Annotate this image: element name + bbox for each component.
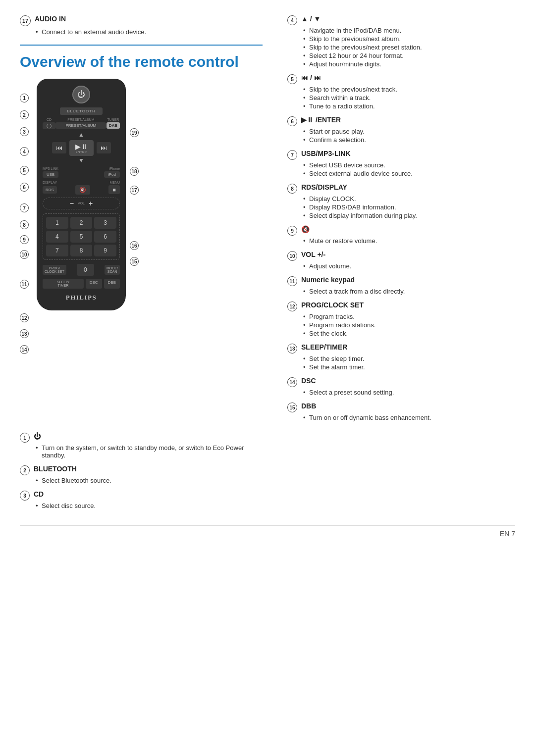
item-15-bullets: Turn on or off dynamic bass enhancement.: [303, 414, 515, 421]
num-2[interactable]: 2: [70, 217, 93, 229]
num-3[interactable]: 3: [94, 217, 116, 229]
item-12-label: PROG/CLOCK SET: [301, 301, 364, 309]
dab-button[interactable]: DAB: [107, 122, 120, 129]
num-0[interactable]: 0: [77, 264, 94, 276]
vol-minus[interactable]: −: [70, 200, 74, 207]
label-4: 4: [20, 147, 29, 156]
remote-right-labels: 19 18 17 16 15: [130, 79, 143, 269]
audio-in-bullet-1: Connect to an external audio device.: [36, 28, 263, 36]
item-10-bullets: Adjust volume.: [303, 262, 515, 270]
desc-item-11: 11 Numeric keypad Select a track from a …: [287, 276, 515, 295]
mode-scan-button[interactable]: MODE/SCAN: [105, 265, 120, 275]
num-9[interactable]: 9: [94, 245, 116, 256]
num-5-circle: 5: [287, 74, 297, 84]
desc-item-6: 6 ▶⏸ /ENTER Start or pause play. Confirm…: [287, 116, 515, 144]
item-7-bullets: Select USB device source. Select externa…: [303, 161, 515, 177]
num-1[interactable]: 1: [46, 217, 68, 229]
usb-button[interactable]: USB: [43, 171, 58, 178]
rds-button[interactable]: RDS: [43, 186, 57, 194]
label-6: 6: [20, 183, 29, 192]
num-12-circle: 12: [287, 302, 297, 311]
item-4-b5: Adjust hour/minute digits.: [303, 60, 515, 68]
item-13-bullets: Set the sleep timer. Set the alarm timer…: [303, 355, 515, 371]
prog-clock-button[interactable]: PROG/CLOCK SET: [43, 265, 66, 275]
item-7-b2: Select external audio device source.: [303, 170, 515, 177]
dsc-button[interactable]: DSC: [86, 279, 102, 289]
desc-item-3: 3 CD Select disc source.: [20, 490, 268, 509]
num-6-circle: 6: [287, 116, 297, 126]
item-12-b2: Program radio stations.: [303, 321, 515, 329]
vol-plus[interactable]: +: [89, 200, 93, 207]
item-10-label: VOL +/-: [301, 251, 325, 258]
num-9-circle: 9: [287, 226, 297, 236]
item-9-bullets: Mute or restore volume.: [303, 237, 515, 245]
desc-item-14: 14 DSC Select a preset sound setting.: [287, 377, 515, 396]
num-4[interactable]: 4: [46, 231, 68, 243]
label-3: 3: [20, 127, 29, 136]
desc-item-4: 4 ▲ / ▼ Navigate in the iPod/DAB menu. S…: [287, 15, 515, 68]
num-8[interactable]: 8: [70, 245, 93, 256]
item-7-b1: Select USB device source.: [303, 161, 515, 169]
item-6-b1: Start or pause play.: [303, 128, 515, 135]
num-2-circle: 2: [20, 465, 30, 475]
play-enter-button[interactable]: ▶⏸ ENTER: [69, 140, 94, 156]
item-8-b1: Display CLOCK.: [303, 195, 515, 202]
next-button[interactable]: ⏭: [97, 142, 111, 153]
item-14-bullets: Select a preset sound setting.: [303, 389, 515, 396]
audio-in-bullets: Connect to an external audio device.: [36, 28, 263, 36]
num-10-circle: 10: [287, 251, 297, 261]
item-8-bullets: Display CLOCK. Display RDS/DAB informati…: [303, 195, 515, 219]
cd-button[interactable]: ◯: [43, 122, 55, 129]
item-1-bullets: Turn on the system, or switch to standby…: [36, 444, 268, 459]
item-5-b2: Search within a track.: [303, 94, 515, 101]
section-title: Overview of the remote control: [20, 53, 263, 71]
label-10: 10: [20, 250, 29, 259]
sleep-timer-button[interactable]: SLEEP/TIMER: [43, 279, 84, 289]
ipod-button[interactable]: iPod: [104, 171, 120, 178]
item-11-bullets: Select a track from a disc directly.: [303, 288, 515, 295]
item-4-b2: Skip to the previous/next album.: [303, 35, 515, 43]
item-10-b1: Adjust volume.: [303, 262, 515, 270]
desc-item-15: 15 DBB Turn on or off dynamic bass enhan…: [287, 402, 515, 421]
brand-label: PHILIPS: [43, 294, 120, 302]
num-6[interactable]: 6: [94, 231, 116, 243]
preset-album-button[interactable]: PRESET/ALBUM: [55, 122, 106, 129]
remote-diagram: 1 2 3 4 5 6 7 8 9 10 11 12 13 14 ⏻: [20, 79, 263, 357]
item-11-b1: Select a track from a disc directly.: [303, 288, 515, 295]
label-18: 18: [130, 167, 139, 176]
desc-item-9: 9 🔇 Mute or restore volume.: [287, 225, 515, 245]
item-5-b3: Tune to a radio station.: [303, 102, 515, 110]
label-15: 15: [130, 257, 139, 266]
bottom-descriptions: 1 ⏻ Turn on the system, or switch to sta…: [20, 432, 515, 515]
label-17-r: 17: [130, 186, 139, 195]
power-button[interactable]: ⏻: [72, 86, 90, 103]
num-7[interactable]: 7: [46, 245, 68, 256]
stop-button[interactable]: ■: [108, 185, 120, 194]
num-3-circle: 3: [20, 491, 30, 501]
item-9-symbol: 🔇: [301, 225, 310, 233]
page-footer: EN 7: [20, 525, 515, 538]
prev-button[interactable]: ⏮: [52, 142, 66, 153]
label-7: 7: [20, 203, 29, 212]
item-8-b2: Display RDS/DAB information.: [303, 203, 515, 211]
item-4-b4: Select 12 hour or 24 hour format.: [303, 52, 515, 59]
num-5[interactable]: 5: [70, 231, 93, 243]
item-14-b1: Select a preset sound setting.: [303, 389, 515, 396]
bluetooth-button[interactable]: BLUETOOTH: [60, 107, 103, 115]
item-5-symbol: ⏮ / ⏭: [301, 74, 321, 82]
audio-in-label: AUDIO IN: [35, 15, 66, 23]
page-number: EN 7: [500, 530, 515, 538]
item-8-label: RDS/DISPLAY: [301, 183, 347, 191]
item-11-label: Numeric keypad: [301, 276, 355, 284]
item-12-b1: Program tracks.: [303, 313, 515, 320]
item-number-17: 17: [20, 15, 31, 26]
mute-button[interactable]: 🔇: [75, 185, 90, 195]
num-11-circle: 11: [287, 276, 297, 286]
label-19: 19: [130, 128, 139, 137]
item-13-label: SLEEP/TIMER: [301, 343, 347, 351]
item-15-b1: Turn on or off dynamic bass enhancement.: [303, 414, 515, 421]
dbb-button[interactable]: DBB: [104, 279, 120, 289]
item-12-bullets: Program tracks. Program radio stations. …: [303, 313, 515, 337]
numpad: 1 2 3 4 5 6 7 8 9: [43, 213, 120, 260]
num-15-circle: 15: [287, 403, 297, 412]
